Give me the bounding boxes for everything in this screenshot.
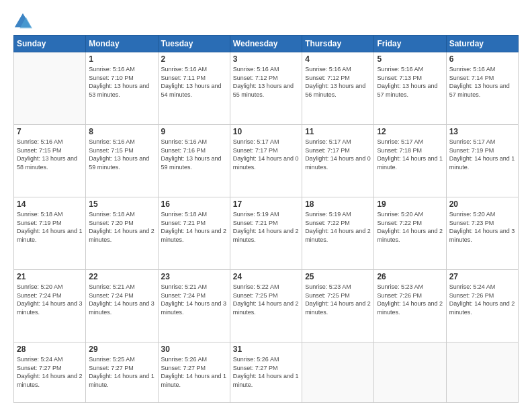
week-row-4: 28Sunrise: 5:24 AMSunset: 7:27 PMDayligh…	[14, 342, 519, 403]
weekday-header-thursday: Thursday	[302, 36, 374, 52]
weekday-header-tuesday: Tuesday	[158, 36, 230, 52]
day-number: 26	[377, 272, 443, 281]
day-number: 2	[161, 54, 227, 64]
day-number: 11	[305, 127, 371, 136]
logo	[13, 12, 35, 31]
calendar-cell: 1Sunrise: 5:16 AMSunset: 7:10 PMDaylight…	[86, 52, 158, 125]
calendar-cell: 27Sunrise: 5:24 AMSunset: 7:26 PMDayligh…	[446, 270, 518, 342]
day-number: 16	[161, 199, 227, 209]
calendar-cell: 9Sunrise: 5:16 AMSunset: 7:16 PMDaylight…	[158, 125, 230, 197]
day-number: 1	[89, 54, 154, 64]
calendar-cell: 3Sunrise: 5:16 AMSunset: 7:12 PMDaylight…	[230, 52, 302, 125]
day-number: 20	[449, 199, 515, 209]
calendar-cell: 15Sunrise: 5:18 AMSunset: 7:20 PMDayligh…	[86, 197, 158, 270]
day-info: Sunrise: 5:16 AMSunset: 7:11 PMDaylight:…	[161, 65, 227, 99]
calendar-cell: 28Sunrise: 5:24 AMSunset: 7:27 PMDayligh…	[14, 342, 86, 403]
calendar-cell: 7Sunrise: 5:16 AMSunset: 7:15 PMDaylight…	[14, 125, 86, 197]
day-number: 31	[233, 345, 299, 354]
header	[13, 12, 519, 31]
day-number: 14	[17, 199, 83, 209]
day-number: 4	[305, 54, 371, 64]
calendar-cell	[302, 342, 374, 403]
calendar-cell: 17Sunrise: 5:19 AMSunset: 7:21 PMDayligh…	[230, 197, 302, 270]
day-number: 9	[161, 127, 227, 136]
day-info: Sunrise: 5:16 AMSunset: 7:16 PMDaylight:…	[161, 138, 227, 171]
day-number: 22	[89, 272, 154, 281]
day-info: Sunrise: 5:21 AMSunset: 7:24 PMDaylight:…	[89, 283, 154, 316]
day-number: 25	[305, 272, 371, 281]
week-row-3: 21Sunrise: 5:20 AMSunset: 7:24 PMDayligh…	[14, 270, 519, 342]
calendar-cell: 19Sunrise: 5:20 AMSunset: 7:22 PMDayligh…	[374, 197, 446, 270]
day-number: 5	[377, 54, 443, 64]
calendar-cell: 31Sunrise: 5:26 AMSunset: 7:27 PMDayligh…	[230, 342, 302, 403]
calendar-cell: 8Sunrise: 5:16 AMSunset: 7:15 PMDaylight…	[86, 125, 158, 197]
calendar-cell: 22Sunrise: 5:21 AMSunset: 7:24 PMDayligh…	[86, 270, 158, 342]
day-info: Sunrise: 5:19 AMSunset: 7:22 PMDaylight:…	[305, 210, 371, 244]
day-number: 8	[89, 127, 154, 136]
day-info: Sunrise: 5:16 AMSunset: 7:13 PMDaylight:…	[377, 65, 443, 99]
calendar-cell: 13Sunrise: 5:17 AMSunset: 7:19 PMDayligh…	[446, 125, 518, 197]
day-info: Sunrise: 5:17 AMSunset: 7:17 PMDaylight:…	[233, 138, 299, 171]
day-info: Sunrise: 5:16 AMSunset: 7:12 PMDaylight:…	[305, 65, 371, 99]
calendar-cell: 20Sunrise: 5:20 AMSunset: 7:23 PMDayligh…	[446, 197, 518, 270]
calendar-cell: 24Sunrise: 5:22 AMSunset: 7:25 PMDayligh…	[230, 270, 302, 342]
day-info: Sunrise: 5:24 AMSunset: 7:26 PMDaylight:…	[449, 283, 515, 316]
day-info: Sunrise: 5:20 AMSunset: 7:23 PMDaylight:…	[449, 210, 515, 244]
day-info: Sunrise: 5:21 AMSunset: 7:24 PMDaylight:…	[161, 283, 227, 316]
day-number: 21	[17, 272, 83, 281]
day-number: 3	[233, 54, 299, 64]
logo-icon	[13, 12, 32, 31]
calendar-cell: 29Sunrise: 5:25 AMSunset: 7:27 PMDayligh…	[86, 342, 158, 403]
day-info: Sunrise: 5:18 AMSunset: 7:19 PMDaylight:…	[17, 210, 83, 244]
week-row-2: 14Sunrise: 5:18 AMSunset: 7:19 PMDayligh…	[14, 197, 519, 270]
calendar-cell: 6Sunrise: 5:16 AMSunset: 7:14 PMDaylight…	[446, 52, 518, 125]
calendar-cell: 12Sunrise: 5:17 AMSunset: 7:18 PMDayligh…	[374, 125, 446, 197]
day-info: Sunrise: 5:23 AMSunset: 7:25 PMDaylight:…	[305, 283, 371, 316]
day-info: Sunrise: 5:24 AMSunset: 7:27 PMDaylight:…	[17, 355, 83, 389]
day-info: Sunrise: 5:18 AMSunset: 7:20 PMDaylight:…	[89, 210, 154, 244]
day-info: Sunrise: 5:18 AMSunset: 7:21 PMDaylight:…	[161, 210, 227, 244]
weekday-header-row: SundayMondayTuesdayWednesdayThursdayFrid…	[14, 36, 519, 52]
calendar-cell: 10Sunrise: 5:17 AMSunset: 7:17 PMDayligh…	[230, 125, 302, 197]
weekday-header-wednesday: Wednesday	[230, 36, 302, 52]
calendar-cell: 5Sunrise: 5:16 AMSunset: 7:13 PMDaylight…	[374, 52, 446, 125]
day-info: Sunrise: 5:16 AMSunset: 7:12 PMDaylight:…	[233, 65, 299, 99]
day-number: 12	[377, 127, 443, 136]
week-row-0: 1Sunrise: 5:16 AMSunset: 7:10 PMDaylight…	[14, 52, 519, 125]
calendar-page: SundayMondayTuesdayWednesdayThursdayFrid…	[0, 0, 532, 411]
day-number: 18	[305, 199, 371, 209]
day-number: 7	[17, 127, 83, 136]
day-number: 30	[161, 345, 227, 354]
day-number: 19	[377, 199, 443, 209]
calendar-cell: 23Sunrise: 5:21 AMSunset: 7:24 PMDayligh…	[158, 270, 230, 342]
calendar-cell	[374, 342, 446, 403]
calendar-cell: 11Sunrise: 5:17 AMSunset: 7:17 PMDayligh…	[302, 125, 374, 197]
day-info: Sunrise: 5:20 AMSunset: 7:24 PMDaylight:…	[17, 283, 83, 316]
day-info: Sunrise: 5:22 AMSunset: 7:25 PMDaylight:…	[233, 283, 299, 316]
weekday-header-saturday: Saturday	[446, 36, 518, 52]
day-info: Sunrise: 5:25 AMSunset: 7:27 PMDaylight:…	[89, 355, 154, 389]
calendar-table: SundayMondayTuesdayWednesdayThursdayFrid…	[13, 35, 519, 403]
calendar-cell: 14Sunrise: 5:18 AMSunset: 7:19 PMDayligh…	[14, 197, 86, 270]
weekday-header-friday: Friday	[374, 36, 446, 52]
calendar-cell: 16Sunrise: 5:18 AMSunset: 7:21 PMDayligh…	[158, 197, 230, 270]
day-number: 17	[233, 199, 299, 209]
day-info: Sunrise: 5:26 AMSunset: 7:27 PMDaylight:…	[233, 355, 299, 389]
calendar-cell: 21Sunrise: 5:20 AMSunset: 7:24 PMDayligh…	[14, 270, 86, 342]
day-number: 10	[233, 127, 299, 136]
calendar-cell: 4Sunrise: 5:16 AMSunset: 7:12 PMDaylight…	[302, 52, 374, 125]
day-number: 29	[89, 345, 154, 354]
calendar-cell	[14, 52, 86, 125]
day-number: 28	[17, 345, 83, 354]
day-info: Sunrise: 5:19 AMSunset: 7:21 PMDaylight:…	[233, 210, 299, 244]
calendar-cell: 25Sunrise: 5:23 AMSunset: 7:25 PMDayligh…	[302, 270, 374, 342]
day-info: Sunrise: 5:26 AMSunset: 7:27 PMDaylight:…	[161, 355, 227, 389]
day-info: Sunrise: 5:17 AMSunset: 7:19 PMDaylight:…	[449, 138, 515, 171]
day-info: Sunrise: 5:16 AMSunset: 7:14 PMDaylight:…	[449, 65, 515, 99]
day-number: 23	[161, 272, 227, 281]
day-info: Sunrise: 5:16 AMSunset: 7:10 PMDaylight:…	[89, 65, 154, 99]
calendar-cell: 18Sunrise: 5:19 AMSunset: 7:22 PMDayligh…	[302, 197, 374, 270]
calendar-cell: 26Sunrise: 5:23 AMSunset: 7:26 PMDayligh…	[374, 270, 446, 342]
weekday-header-monday: Monday	[86, 36, 158, 52]
day-info: Sunrise: 5:16 AMSunset: 7:15 PMDaylight:…	[89, 138, 154, 171]
